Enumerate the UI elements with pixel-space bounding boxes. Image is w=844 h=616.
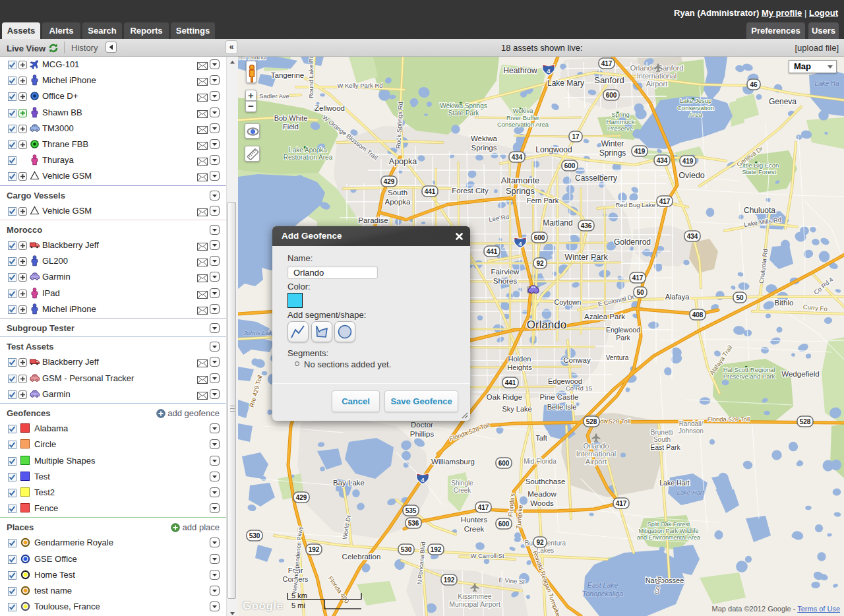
svg-text:Orlando: Orlando bbox=[527, 319, 566, 331]
svg-text:535: 535 bbox=[406, 507, 417, 514]
svg-text:Bithlo: Bithlo bbox=[775, 299, 794, 307]
svg-text:Tohopekaliga: Tohopekaliga bbox=[582, 590, 623, 598]
svg-text:Woods: Woods bbox=[530, 499, 554, 507]
svg-text:441: 441 bbox=[425, 188, 436, 195]
svg-text:Springs: Springs bbox=[506, 186, 535, 196]
svg-text:Zellwood: Zellwood bbox=[315, 104, 345, 112]
svg-text:Restoration Area: Restoration Area bbox=[284, 154, 333, 161]
svg-text:528: 528 bbox=[800, 418, 811, 425]
svg-text:Park: Park bbox=[616, 334, 630, 342]
svg-text:434: 434 bbox=[512, 154, 523, 161]
svg-text:Bay Lake: Bay Lake bbox=[333, 479, 365, 487]
svg-text:417: 417 bbox=[659, 198, 671, 205]
svg-text:Area: Area bbox=[689, 111, 703, 118]
svg-text:192: 192 bbox=[431, 546, 442, 553]
svg-text:600: 600 bbox=[498, 460, 510, 467]
svg-text:5 mi: 5 mi bbox=[291, 601, 305, 609]
svg-text:Split Oak Forest: Split Oak Forest bbox=[648, 521, 690, 528]
svg-text:Southchase: Southchase bbox=[526, 477, 566, 485]
svg-text:Mitigation Park Wildlife: Mitigation Park Wildlife bbox=[638, 528, 698, 534]
svg-text:Casselberry: Casselberry bbox=[575, 173, 617, 183]
svg-text:Spring: Spring bbox=[611, 111, 629, 118]
svg-text:4: 4 bbox=[421, 476, 425, 483]
svg-text:Conway: Conway bbox=[563, 356, 591, 364]
svg-text:Englewood: Englewood bbox=[606, 326, 640, 334]
svg-text:Field: Field bbox=[283, 123, 299, 131]
svg-text:South: South bbox=[388, 189, 407, 197]
svg-text:Coytown: Coytown bbox=[555, 298, 582, 306]
svg-text:600: 600 bbox=[498, 520, 510, 528]
svg-text:Wekiwa Springs: Wekiwa Springs bbox=[440, 102, 487, 109]
svg-text:Phillips: Phillips bbox=[410, 430, 435, 438]
svg-text:Co Rd 15: Co Rd 15 bbox=[566, 385, 592, 392]
svg-text:Apopka: Apopka bbox=[384, 198, 411, 206]
svg-text:Springs: Springs bbox=[599, 148, 626, 158]
svg-text:50: 50 bbox=[736, 294, 744, 301]
svg-text:Bob White: Bob White bbox=[274, 114, 308, 122]
svg-text:536: 536 bbox=[408, 520, 419, 527]
svg-text:600: 600 bbox=[606, 92, 617, 99]
svg-text:Longwood: Longwood bbox=[535, 145, 572, 154]
svg-text:Narcoossee: Narcoossee bbox=[646, 576, 684, 584]
svg-text:4: 4 bbox=[518, 240, 522, 247]
svg-text:Kissimmee: Kissimmee bbox=[458, 592, 492, 600]
svg-text:530: 530 bbox=[401, 546, 412, 553]
svg-text:Randall/: Randall/ bbox=[679, 420, 704, 427]
svg-text:Municipal Airport: Municipal Airport bbox=[449, 600, 500, 608]
svg-text:528: 528 bbox=[586, 418, 597, 425]
svg-text:Florida 528 Toll: Florida 528 Toll bbox=[708, 416, 750, 423]
svg-text:Round Lake Rd: Round Lake Rd bbox=[307, 57, 315, 98]
svg-text:Altamonte: Altamonte bbox=[501, 175, 540, 185]
svg-text:Airport: Airport bbox=[646, 80, 667, 88]
svg-text:Lake Apopka: Lake Apopka bbox=[289, 146, 327, 154]
svg-text:Oviedo: Oviedo bbox=[678, 171, 705, 180]
svg-text:River Buffer: River Buffer bbox=[506, 114, 539, 121]
svg-text:Creek: Creek bbox=[464, 525, 485, 533]
svg-text:Creek: Creek bbox=[454, 487, 472, 494]
svg-text:Belle Isle: Belle Isle bbox=[547, 403, 577, 411]
svg-text:192: 192 bbox=[444, 576, 455, 584]
svg-text:17: 17 bbox=[572, 133, 580, 140]
svg-text:Forest City: Forest City bbox=[452, 187, 489, 195]
svg-text:Azalea Park: Azalea Park bbox=[584, 313, 625, 321]
svg-text:Apopka: Apopka bbox=[389, 157, 417, 166]
svg-text:Preserve: Preserve bbox=[608, 125, 633, 132]
svg-text:429: 429 bbox=[296, 494, 307, 501]
svg-text:46: 46 bbox=[750, 81, 758, 88]
svg-text:Conservation: Conservation bbox=[677, 104, 714, 111]
svg-text:Maitland: Maitland bbox=[543, 218, 572, 228]
svg-text:436: 436 bbox=[581, 222, 592, 230]
svg-text:441: 441 bbox=[505, 379, 516, 386]
svg-text:Goldenrod: Goldenrod bbox=[614, 237, 651, 247]
svg-text:Conservation Area: Conservation Area bbox=[497, 121, 549, 128]
svg-text:417: 417 bbox=[616, 500, 627, 507]
svg-text:434: 434 bbox=[687, 233, 698, 240]
svg-text:Sadler Ave: Sadler Ave bbox=[259, 92, 289, 100]
svg-text:East Lake: East Lake bbox=[588, 581, 618, 589]
svg-text:417: 417 bbox=[632, 274, 644, 282]
svg-text:600: 600 bbox=[564, 162, 576, 169]
svg-text:Fern Park: Fern Park bbox=[527, 197, 559, 204]
svg-text:W Kelly Park Rd: W Kelly Park Rd bbox=[337, 82, 382, 89]
svg-text:State Park: State Park bbox=[448, 109, 480, 117]
svg-text:Heights: Heights bbox=[507, 363, 532, 371]
svg-text:Lake Hart: Lake Hart bbox=[659, 479, 690, 487]
svg-text:Preserve and Park: Preserve and Park bbox=[723, 373, 775, 380]
svg-text:Winter Park: Winter Park bbox=[564, 253, 608, 262]
svg-text:Fairview: Fairview bbox=[491, 268, 520, 276]
svg-text:Lake Hart: Lake Hart bbox=[677, 489, 704, 496]
svg-text:Airport: Airport bbox=[586, 458, 607, 466]
svg-text:Johns Lak: Johns Lak bbox=[243, 329, 273, 336]
svg-text:Alafaya: Alafaya bbox=[665, 293, 690, 301]
svg-text:4: 4 bbox=[547, 67, 551, 75]
svg-text:600: 600 bbox=[534, 234, 545, 241]
svg-text:Tangerine: Tangerine bbox=[271, 71, 305, 79]
svg-text:Wekiwa: Wekiwa bbox=[471, 135, 498, 142]
svg-text:Johnson: Johnson bbox=[678, 427, 704, 435]
svg-text:92: 92 bbox=[536, 539, 544, 546]
svg-text:417: 417 bbox=[601, 60, 613, 67]
svg-text:Paradise: Paradise bbox=[358, 216, 388, 224]
svg-text:International: International bbox=[576, 450, 617, 458]
svg-text:Lake Ha: Lake Ha bbox=[814, 80, 839, 87]
svg-text:434: 434 bbox=[657, 157, 668, 164]
